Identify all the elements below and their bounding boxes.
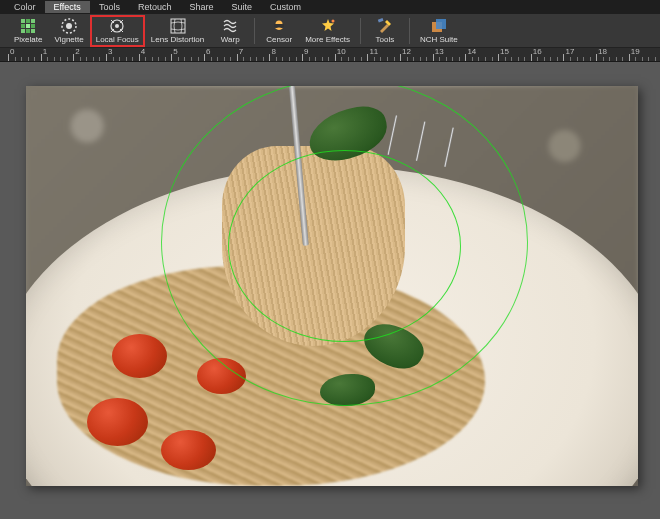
main-menubar: Color Effects Tools Retouch Share Suite … bbox=[0, 0, 660, 14]
svg-rect-3 bbox=[21, 24, 25, 28]
toolbar-separator bbox=[360, 18, 361, 44]
menu-tools[interactable]: Tools bbox=[90, 1, 129, 13]
svg-rect-6 bbox=[21, 29, 25, 33]
image-canvas[interactable] bbox=[26, 86, 638, 486]
svg-rect-2 bbox=[31, 19, 35, 23]
warp-icon bbox=[222, 18, 238, 34]
svg-rect-15 bbox=[274, 24, 284, 27]
svg-rect-19 bbox=[436, 19, 446, 29]
toolbar-separator bbox=[409, 18, 410, 44]
menu-suite[interactable]: Suite bbox=[222, 1, 261, 13]
pixelate-label: Pixelate bbox=[14, 35, 42, 44]
local-focus-icon bbox=[109, 18, 125, 34]
tools-icon bbox=[377, 18, 393, 34]
effects-toolbar: Pixelate Vignette Local Focus Lens Disto… bbox=[0, 14, 660, 48]
more-effects-icon bbox=[320, 18, 336, 34]
pixelate-button[interactable]: Pixelate bbox=[8, 15, 48, 47]
censor-label: Censor bbox=[266, 35, 292, 44]
nch-suite-icon bbox=[431, 18, 447, 34]
vignette-icon bbox=[61, 18, 77, 34]
horizontal-ruler: 01234567891011121314151617181920 bbox=[0, 48, 660, 62]
local-focus-button[interactable]: Local Focus bbox=[90, 15, 145, 47]
toolbar-separator bbox=[254, 18, 255, 44]
svg-rect-7 bbox=[26, 29, 30, 33]
svg-rect-4 bbox=[26, 24, 30, 28]
lens-distortion-button[interactable]: Lens Distortion bbox=[145, 15, 210, 47]
lens-distortion-label: Lens Distortion bbox=[151, 35, 204, 44]
focus-inner-circle[interactable] bbox=[228, 150, 461, 342]
menu-share[interactable]: Share bbox=[180, 1, 222, 13]
lens-distortion-icon bbox=[170, 18, 186, 34]
svg-point-16 bbox=[331, 20, 334, 23]
nch-suite-button[interactable]: NCH Suite bbox=[414, 15, 464, 47]
vignette-button[interactable]: Vignette bbox=[48, 15, 89, 47]
vignette-label: Vignette bbox=[54, 35, 83, 44]
censor-button[interactable]: Censor bbox=[259, 15, 299, 47]
more-effects-label: More Effects bbox=[305, 35, 350, 44]
warp-button[interactable]: Warp bbox=[210, 15, 250, 47]
tools-button[interactable]: Tools bbox=[365, 15, 405, 47]
svg-rect-5 bbox=[31, 24, 35, 28]
svg-rect-17 bbox=[378, 18, 384, 23]
menu-retouch[interactable]: Retouch bbox=[129, 1, 181, 13]
menu-color[interactable]: Color bbox=[5, 1, 45, 13]
svg-rect-1 bbox=[26, 19, 30, 23]
tools-label: Tools bbox=[376, 35, 395, 44]
svg-point-12 bbox=[115, 24, 119, 28]
svg-rect-0 bbox=[21, 19, 25, 23]
svg-rect-13 bbox=[171, 19, 185, 33]
canvas-area[interactable] bbox=[0, 62, 660, 519]
warp-label: Warp bbox=[221, 35, 240, 44]
more-effects-button[interactable]: More Effects bbox=[299, 15, 356, 47]
nch-suite-label: NCH Suite bbox=[420, 35, 458, 44]
svg-rect-8 bbox=[31, 29, 35, 33]
local-focus-label: Local Focus bbox=[96, 35, 139, 44]
pixelate-icon bbox=[20, 18, 36, 34]
svg-point-10 bbox=[66, 23, 72, 29]
menu-custom[interactable]: Custom bbox=[261, 1, 310, 13]
censor-icon bbox=[271, 18, 287, 34]
menu-effects[interactable]: Effects bbox=[45, 1, 90, 13]
